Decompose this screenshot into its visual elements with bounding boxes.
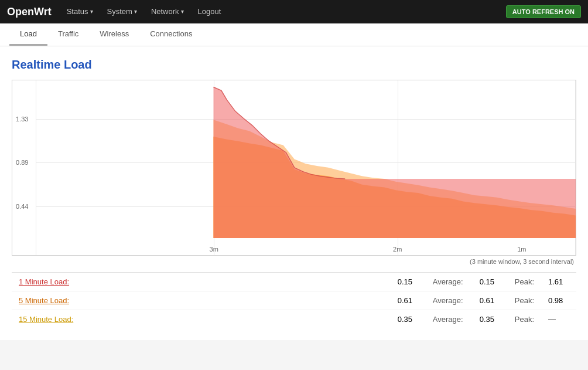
- x-label-3m: 3m: [210, 246, 218, 253]
- nav-status[interactable]: Status ▾: [61, 0, 99, 23]
- table-row: 1 Minute Load: 0.15 Average: 0.15 Peak: …: [12, 273, 576, 291]
- main-content: Realtime Load 1.33 0.89 0.44 3m 2m 1m: [0, 46, 588, 340]
- tab-traffic[interactable]: Traffic: [47, 23, 89, 46]
- brand-logo: OpenWrt: [7, 6, 52, 18]
- tab-bar: Load Traffic Wireless Connections: [0, 23, 588, 46]
- stat-avg-key-1min: Average:: [426, 273, 473, 291]
- page-title: Realtime Load: [12, 58, 576, 72]
- stat-peak-key-5min: Peak:: [508, 291, 541, 310]
- nav-logout[interactable]: Logout: [192, 0, 227, 23]
- chart-inner: 1.33 0.89 0.44 3m 2m 1m: [12, 80, 576, 255]
- stat-avg-val-5min: 0.61: [473, 291, 508, 310]
- table-row: 15 Minute Load: 0.35 Average: 0.35 Peak:…: [12, 310, 576, 329]
- stat-avg-key-15min: Average:: [426, 310, 473, 329]
- navbar: OpenWrt Status ▾ System ▾ Network ▾ Logo…: [0, 0, 588, 23]
- chart-note: (3 minute window, 3 second interval): [12, 258, 576, 265]
- nav-system[interactable]: System ▾: [101, 0, 143, 23]
- chevron-down-icon: ▾: [134, 0, 137, 23]
- stat-peak-val-1min: 1.61: [541, 273, 576, 291]
- stat-avg-val-15min: 0.35: [473, 310, 508, 329]
- auto-refresh-badge: AUTO REFRESH ON: [506, 5, 581, 18]
- stat-label-15min[interactable]: 15 Minute Load:: [19, 315, 73, 324]
- y-label-133: 1.33: [16, 116, 28, 123]
- stat-label-1min[interactable]: 1 Minute Load:: [19, 277, 69, 286]
- stat-val-15min: 0.35: [391, 310, 426, 329]
- stat-peak-val-5min: 0.98: [541, 291, 576, 310]
- y-label-044: 0.44: [16, 203, 28, 210]
- stat-peak-key-15min: Peak:: [508, 310, 541, 329]
- realtime-chart: 1.33 0.89 0.44 3m 2m 1m: [12, 80, 576, 256]
- stat-avg-val-1min: 0.15: [473, 273, 508, 291]
- tab-wireless[interactable]: Wireless: [89, 23, 139, 46]
- table-row: 5 Minute Load: 0.61 Average: 0.61 Peak: …: [12, 291, 576, 310]
- x-label-1m: 1m: [517, 246, 526, 253]
- y-label-089: 0.89: [16, 159, 28, 166]
- stats-table: 1 Minute Load: 0.15 Average: 0.15 Peak: …: [12, 272, 576, 328]
- load-1min-area: [213, 87, 576, 238]
- tab-load[interactable]: Load: [9, 23, 47, 46]
- x-label-2m: 2m: [393, 246, 402, 253]
- nav-network[interactable]: Network ▾: [145, 0, 190, 23]
- stat-label-5min[interactable]: 5 Minute Load:: [19, 296, 69, 305]
- chart-svg: [36, 80, 576, 238]
- stat-val-1min: 0.15: [391, 273, 426, 291]
- stat-val-5min: 0.61: [391, 291, 426, 310]
- stat-peak-key-1min: Peak:: [508, 273, 541, 291]
- tab-connections[interactable]: Connections: [139, 23, 203, 46]
- stat-peak-val-15min: —: [541, 310, 576, 329]
- chevron-down-icon: ▾: [90, 0, 93, 23]
- stat-avg-key-5min: Average:: [426, 291, 473, 310]
- chevron-down-icon: ▾: [181, 0, 184, 23]
